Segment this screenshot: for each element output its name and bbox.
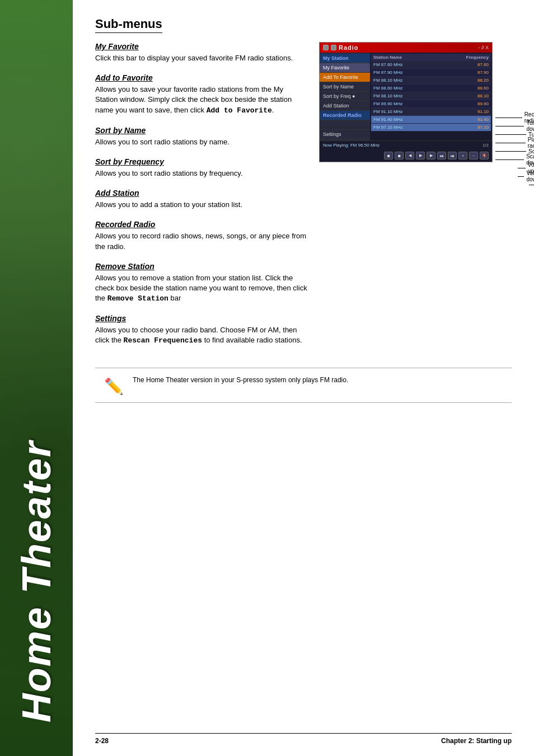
station-freq-1: 87.60 <box>477 62 489 67</box>
station-row-5[interactable]: FM 88.10 MHz 88.10 <box>371 92 491 100</box>
radio-menu-my-favorite[interactable]: My Favorite <box>320 63 370 73</box>
station-name-6: FM 89.90 MHz <box>373 101 402 106</box>
subsection-title-settings: Settings <box>95 314 308 323</box>
now-playing-text: Now Playing: FM 96.50 MHz <box>323 143 380 148</box>
ctrl-rec2[interactable]: ⏺ <box>395 152 404 159</box>
radio-menu-sidebar: My Station My Favorite Add To Favorite S… <box>320 53 370 140</box>
radio-station-list: Station Name Frequency FM 87.60 MHz 87.6… <box>370 53 492 140</box>
station-name-2: FM 87.90 MHz <box>373 70 402 75</box>
titlebar-btn-2 <box>331 45 336 50</box>
subsection-remove-station: Remove Station Allows you to remove a st… <box>95 262 308 304</box>
subsection-body-sort-freq: Allows you to sort radio stations by fre… <box>95 168 308 179</box>
subsection-my-favorite: My Favorite Click this bar to display yo… <box>95 42 308 63</box>
label-line-scan-down <box>495 159 524 160</box>
station-name-4: FM 88.60 MHz <box>373 86 402 91</box>
station-freq-8: 91.40 <box>477 117 489 122</box>
subsection-title-my-favorite: My Favorite <box>95 42 308 51</box>
ctrl-play[interactable]: ▶ <box>427 152 435 159</box>
station-freq-5: 88.10 <box>477 93 489 98</box>
ctrl-mute[interactable]: 🔇 <box>480 152 489 159</box>
radio-col-headers: Station Name Frequency <box>371 54 491 61</box>
station-row-4[interactable]: FM 88.60 MHz 88.60 <box>371 84 491 92</box>
subsection-body-remove-station: Allows you to remove a station from your… <box>95 273 308 304</box>
station-freq-2: 87.90 <box>477 70 489 75</box>
station-row-7[interactable]: FM 91.10 MHz 91.10 <box>371 108 491 116</box>
ctrl-vol-up[interactable]: + <box>458 152 467 159</box>
radio-ui-mockup: Radio - ∂ X My Station My Favorite Add T… <box>319 42 493 162</box>
subsection-body-sort-name: Allows you to sort radio stations by nam… <box>95 137 308 147</box>
radio-footer: Now Playing: FM 96.50 MHz 1/2 <box>320 140 492 149</box>
station-freq-9: 97.10 <box>477 125 489 130</box>
label-line-play-radio <box>495 143 526 143</box>
sidebar-title: Home Theater <box>16 440 57 722</box>
subsection-sort-freq: Sort by Frequency Allows you to sort rad… <box>95 157 308 179</box>
station-name-9: FM 97.10 MHz <box>373 125 402 130</box>
radio-menu-settings[interactable]: Settings <box>320 130 370 139</box>
radio-diagram: Radio - ∂ X My Station My Favorite Add T… <box>319 42 493 162</box>
radio-menu-my-station: My Station <box>320 54 370 63</box>
station-name-1: FM 87.60 MHz <box>373 62 402 67</box>
section-title: Sub-menus <box>95 17 162 33</box>
ctrl-scan-dn[interactable]: ⏮ <box>448 152 457 159</box>
label-line-vol-down <box>518 176 524 177</box>
col-header-name: Station Name <box>373 55 402 60</box>
subsection-sort-name: Sort by Name Allows you to sort radio st… <box>95 126 308 147</box>
station-row-6[interactable]: FM 89.90 MHz 89.90 <box>371 100 491 108</box>
radio-menu-recorded[interactable]: Recorded Radio <box>320 111 370 120</box>
bold-add-to-favorite: Add to Favorite <box>207 106 272 115</box>
radio-menu-add-station[interactable]: Add Station <box>320 101 370 111</box>
radio-menu-sort-freq[interactable]: Sort by Freq ● <box>320 92 370 101</box>
label-text-vol-down: Volume down <box>526 170 534 182</box>
station-freq-3: 88.20 <box>477 78 489 83</box>
main-content: Sub-menus My Favorite Click this bar to … <box>73 0 534 756</box>
radio-menu-blank <box>320 120 370 130</box>
radio-title: Radio <box>339 44 359 51</box>
station-row-2[interactable]: FM 87.90 MHz 87.90 <box>371 69 491 77</box>
station-row-9[interactable]: FM 97.10 MHz 97.10 <box>371 124 491 132</box>
label-line-scan-up <box>495 151 526 152</box>
footer-chapter: Chapter 2: Starting up <box>441 737 512 745</box>
right-column: Radio - ∂ X My Station My Favorite Add T… <box>319 42 498 356</box>
label-line-tune-down <box>495 126 524 126</box>
subsection-title-add-station: Add Station <box>95 189 308 198</box>
col-header-freq: Frequency <box>466 55 489 60</box>
subsection-title-recorded-radio: Recorded Radio <box>95 220 308 229</box>
sidebar: Home Theater <box>0 0 73 756</box>
station-name-8: FM 91.40 MHz <box>373 117 402 122</box>
bold-remove-station: Remove Station <box>107 294 168 303</box>
ctrl-dn[interactable]: ◀ <box>405 152 414 159</box>
label-play-radio: Play radio <box>495 139 534 147</box>
subsection-title-sort-freq: Sort by Frequency <box>95 157 308 166</box>
note-text: The Home Theater version in your S-press… <box>133 375 348 385</box>
page-footer: 2-28 Chapter 2: Starting up <box>95 733 512 745</box>
station-row-3[interactable]: FM 88.10 MHz 88.20 <box>371 77 491 84</box>
station-freq-7: 91.10 <box>477 109 489 114</box>
left-column: My Favorite Click this bar to display yo… <box>95 42 308 356</box>
label-line-vol-up <box>518 168 526 168</box>
radio-menu-sort-name[interactable]: Sort by Name <box>320 82 370 92</box>
label-tune-down: Tune down <box>495 122 534 130</box>
ctrl-scan-up[interactable]: ⏭ <box>437 152 446 159</box>
ctrl-up[interactable]: ▶ <box>416 152 425 159</box>
subsection-body-add-favorite: Allows you to save your favorite radio s… <box>95 84 308 116</box>
titlebar-btn-1 <box>323 45 329 50</box>
subsection-body-settings: Allows you to choose your radio band. Ch… <box>95 325 308 346</box>
radio-menu-add-favorite[interactable]: Add To Favorite <box>320 73 370 82</box>
subsection-add-station: Add Station Allows you to add a station … <box>95 189 308 210</box>
note-box: ✏️ The Home Theater version in your S-pr… <box>95 368 512 403</box>
radio-titlebar: Radio - ∂ X <box>320 43 492 53</box>
diagram-labels: Record radio Tune down Tune up Play radi… <box>495 114 534 189</box>
station-row-8[interactable]: FM 91.40 MHz 91.40 <box>371 116 491 124</box>
label-vol-down: Volume down <box>495 172 534 180</box>
subsection-title-remove-station: Remove Station <box>95 262 308 271</box>
label-line-tune-up <box>495 134 526 135</box>
subsection-title-add-favorite: Add to Favorite <box>95 73 308 82</box>
ctrl-vol-dn[interactable]: − <box>469 152 478 159</box>
label-text-play-radio: Play radio <box>528 137 534 149</box>
subsection-body-recorded-radio: Allows you to record radio shows, news, … <box>95 231 308 251</box>
ctrl-rec[interactable]: ⏺ <box>384 152 393 159</box>
label-line-record <box>495 118 522 118</box>
subsection-title-sort-name: Sort by Name <box>95 126 308 135</box>
label-line-mute <box>529 185 534 185</box>
station-row-1[interactable]: FM 87.60 MHz 87.60 <box>371 61 491 69</box>
